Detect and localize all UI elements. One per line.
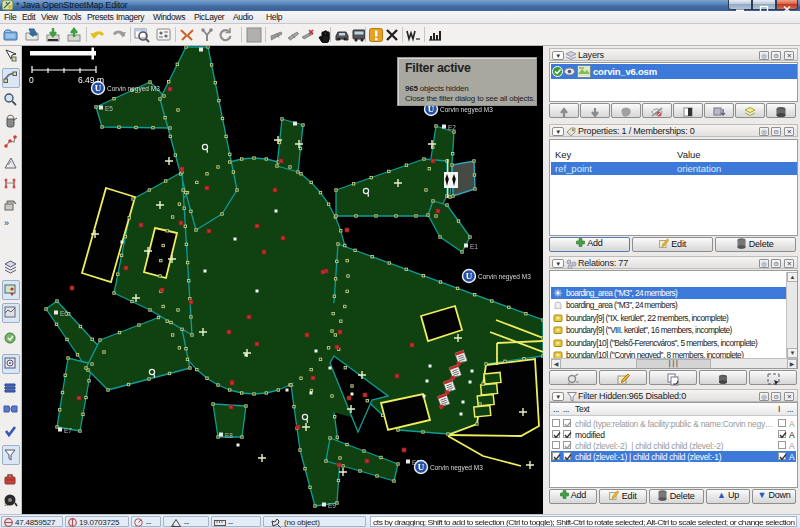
svg-text:E5: E5 (105, 105, 113, 112)
svg-text:Corvin negyed M3: Corvin negyed M3 (440, 106, 493, 114)
svg-text:Corvin negyed M3: Corvin negyed M3 (107, 85, 160, 93)
svg-text:U: U (418, 462, 425, 472)
svg-text:E1: E1 (470, 243, 478, 250)
svg-text:0: 0 (29, 75, 34, 85)
svg-text:E8: E8 (225, 432, 233, 439)
svg-text:U: U (466, 271, 473, 281)
svg-text:6.49 m: 6.49 m (78, 75, 104, 85)
svg-text:E2: E2 (448, 124, 456, 131)
svg-text:E6: E6 (60, 310, 68, 317)
svg-text:E9: E9 (328, 502, 336, 509)
svg-text:E7: E7 (64, 427, 72, 434)
svg-text:Corvin negyed M3: Corvin negyed M3 (430, 464, 483, 472)
svg-text:Corvin negyed M3: Corvin negyed M3 (478, 273, 531, 281)
